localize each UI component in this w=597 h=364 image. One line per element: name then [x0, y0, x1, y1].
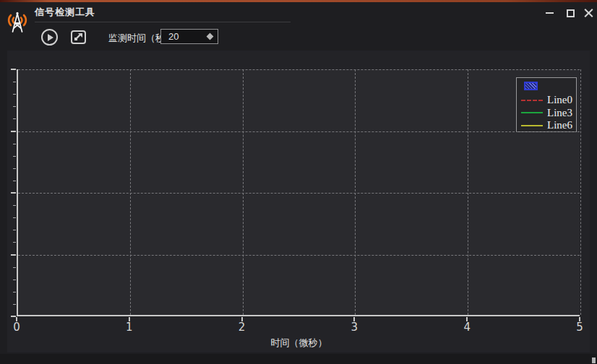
antenna-broadcast-icon: [3, 9, 32, 35]
x-tick-label: 4: [463, 321, 471, 334]
y-tick-minor: [13, 292, 16, 292]
legend-label: Line0: [547, 95, 572, 105]
x-gridline: [243, 69, 244, 315]
titlebar[interactable]: 信号检测工具: [0, 2, 597, 24]
x-tick-label: 1: [126, 321, 133, 334]
y-tick-major: [11, 69, 16, 70]
y-tick-minor: [13, 230, 16, 230]
y-tick-minor: [13, 217, 16, 218]
y-tick-minor: [13, 118, 16, 119]
y-tick-major: [11, 316, 16, 317]
autoscale-button[interactable]: [71, 30, 86, 44]
x-tick-label: 2: [239, 321, 246, 334]
start-monitor-button[interactable]: [41, 29, 58, 46]
resize-grip[interactable]: [592, 358, 596, 363]
y-tick-minor: [13, 94, 16, 95]
axes-area: 时间（微秒） Line0Line3Line6 012345: [17, 69, 580, 316]
legend-entry: Line3: [517, 107, 577, 119]
monitor-time-spinbox[interactable]: [160, 29, 218, 44]
y-tick-minor: [13, 267, 16, 268]
y-tick-minor: [13, 106, 16, 107]
x-gridline: [355, 69, 356, 315]
y-tick-minor: [13, 304, 16, 305]
legend-line-sample: [521, 112, 543, 113]
legend-entry: Line6: [517, 119, 577, 131]
legend-line-sample: [521, 100, 543, 101]
legend-hatched-patch-icon: [524, 82, 538, 90]
maximize-button[interactable]: [562, 5, 578, 21]
window-title: 信号检测工具: [35, 6, 95, 19]
y-tick-minor: [13, 144, 16, 144]
y-tick-minor: [13, 82, 16, 82]
y-tick-minor: [13, 168, 16, 169]
x-tick-label: 5: [576, 321, 583, 334]
y-tick-minor: [13, 280, 16, 280]
y-tick-minor: [13, 205, 16, 206]
y-tick-major: [11, 254, 16, 256]
x-axis-title: 时间（微秒）: [271, 337, 327, 350]
y-tick-minor: [13, 181, 16, 181]
diamond-stepper-icon[interactable]: [207, 33, 214, 40]
legend-label: Line6: [547, 120, 572, 131]
close-button[interactable]: [580, 5, 596, 21]
y-tick-major: [11, 131, 16, 132]
close-icon: [583, 8, 594, 19]
y-gridline: [18, 131, 580, 132]
window-bottom-strip: [0, 354, 597, 364]
y-gridline: [18, 69, 580, 70]
legend-line-sample: [521, 125, 543, 126]
play-icon: [48, 34, 53, 41]
legend-label: Line3: [547, 108, 572, 118]
monitor-time-input[interactable]: [161, 30, 205, 43]
y-tick-minor: [13, 156, 16, 157]
x-gridline: [580, 69, 581, 315]
y-gridline: [18, 255, 580, 256]
app-window: 信号检测工具: [0, 0, 597, 364]
maximize-icon: [567, 9, 575, 17]
x-gridline: [130, 69, 131, 315]
minimize-icon: [546, 12, 554, 14]
chart-legend: Line0Line3Line6: [516, 77, 577, 132]
chart-figure: 时间（微秒） Line0Line3Line6 012345: [7, 51, 590, 352]
title-separator: [35, 22, 291, 22]
y-tick-minor: [13, 242, 16, 243]
expand-arrow-icon: [72, 32, 85, 43]
x-tick-label: 0: [13, 321, 20, 334]
y-tick-major: [11, 192, 16, 194]
legend-entry: Line0: [517, 94, 577, 106]
x-gridline: [468, 69, 468, 315]
x-tick-label: 3: [351, 321, 358, 334]
minimize-button[interactable]: [541, 5, 557, 21]
y-gridline: [18, 193, 580, 194]
